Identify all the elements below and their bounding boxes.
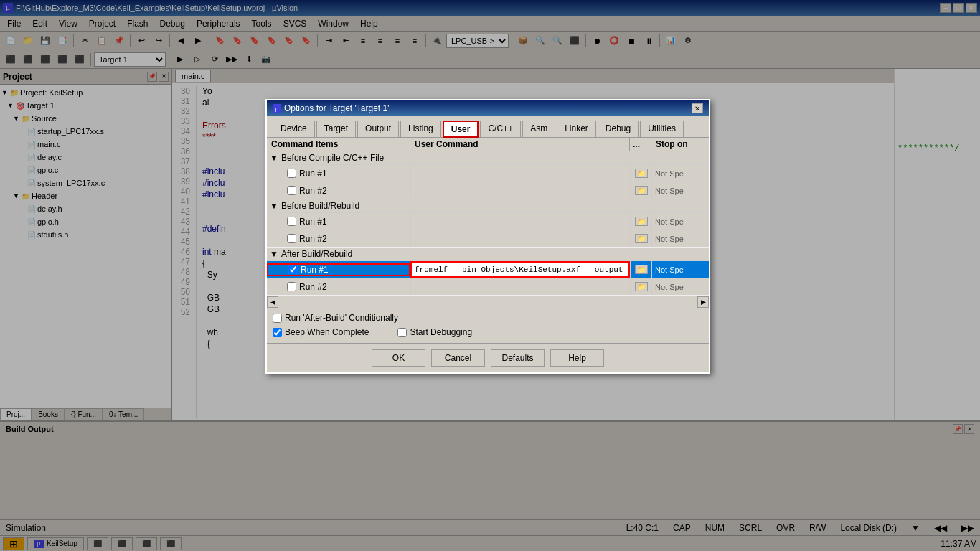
bc-run2-dots[interactable]: 📁	[630, 182, 651, 199]
tab-device[interactable]: Device	[273, 121, 315, 137]
dialog-bottom-checks: Run 'After-Build' Conditionally Beep Whe…	[267, 307, 709, 343]
bb-run2-value[interactable]	[410, 230, 630, 247]
help-button[interactable]: Help	[550, 349, 604, 367]
col-header-stop-on: Stop on	[651, 138, 709, 151]
expand-bb[interactable]: ▼	[270, 201, 278, 211]
ab-run2-dots[interactable]: 📁	[630, 278, 651, 295]
ab-run2-check[interactable]	[287, 282, 296, 291]
section-before-build: ▼ Before Build/Rebuild Run #1 📁 Not	[267, 199, 709, 248]
tab-linker[interactable]: Linker	[557, 121, 596, 137]
bc-run2-folder-btn[interactable]: 📁	[635, 186, 648, 195]
bc-run2-value[interactable]	[410, 182, 630, 199]
bc-run1-dots[interactable]: 📁	[630, 165, 651, 182]
ab-run2-stop: Not Spe	[651, 278, 709, 295]
bb-run2-check[interactable]	[287, 234, 296, 243]
hscroll-left[interactable]: ◀	[267, 296, 278, 308]
bc-run2-stop: Not Spe	[651, 182, 709, 199]
tab-output[interactable]: Output	[357, 121, 399, 137]
bb-run2-dots[interactable]: 📁	[630, 230, 651, 247]
defaults-button[interactable]: Defaults	[491, 349, 545, 367]
section-header-bc: ▼ Before Compile C/C++ File	[267, 151, 709, 165]
bb-run2-folder-btn[interactable]: 📁	[635, 234, 648, 243]
bb-run2-stop: Not Spe	[651, 230, 709, 247]
bb-run1-value[interactable]	[410, 213, 630, 230]
section-header-bb: ▼ Before Build/Rebuild	[267, 199, 709, 213]
col-header-command-items: Command Items	[267, 138, 410, 151]
expand-ab[interactable]: ▼	[270, 249, 278, 259]
section-bc-label: Before Compile C/C++ File	[281, 153, 384, 163]
ab-run1-row[interactable]: Run #1 📁 Not Spe	[267, 261, 709, 278]
beep-check[interactable]	[273, 328, 282, 337]
ab-run2-row: Run #2 📁 Not Spe	[267, 278, 709, 296]
bc-run1-check[interactable]	[287, 169, 296, 178]
ab-run1-folder-btn[interactable]: 📁	[635, 265, 648, 274]
bc-run2-label: Run #2	[267, 186, 410, 196]
dialog-body: Command Items User Command ... Stop on ▼…	[267, 138, 709, 343]
bc-run2-input[interactable]	[414, 187, 627, 195]
ab-run1-input[interactable]	[415, 265, 626, 274]
modal-overlay: µ Options for Target 'Target 1' ✕ Device…	[0, 0, 980, 551]
ab-run1-value[interactable]	[410, 261, 630, 278]
dialog-hscrollbar[interactable]: ◀ ▶	[267, 296, 709, 307]
bb-run1-folder-btn[interactable]: 📁	[635, 217, 648, 226]
bc-run2-check[interactable]	[287, 186, 296, 195]
bb-run1-stop: Not Spe	[651, 213, 709, 230]
tab-utilities[interactable]: Utilities	[640, 121, 684, 137]
bc-run1-value[interactable]	[410, 165, 630, 182]
ab-run1-dots[interactable]: 📁	[630, 261, 651, 278]
after-build-check[interactable]	[273, 314, 282, 323]
beep-check-row: Beep When Complete	[273, 327, 369, 337]
ab-run2-value[interactable]	[410, 278, 630, 295]
after-build-check-row: Run 'After-Build' Conditionally	[273, 313, 703, 323]
tab-listing[interactable]: Listing	[400, 121, 441, 137]
dialog-tabs: Device Target Output Listing User C/C++ …	[267, 116, 709, 138]
ab-run1-check[interactable]	[288, 265, 298, 274]
tab-ccpp[interactable]: C/C++	[480, 121, 521, 137]
tab-user[interactable]: User	[443, 121, 479, 138]
bb-run1-row: Run #1 📁 Not Spe	[267, 213, 709, 230]
bc-run1-input[interactable]	[414, 169, 627, 178]
bc-run1-folder-btn[interactable]: 📁	[635, 169, 648, 178]
col-header-dots: ...	[630, 138, 651, 151]
ab-run1-stop: Not Spe	[651, 261, 709, 278]
bb-run1-check[interactable]	[287, 217, 296, 226]
beep-debug-row: Beep When Complete Start Debugging	[273, 327, 703, 337]
bc-run2-row: Run #2 📁 Not Spe	[267, 182, 709, 199]
tab-asm[interactable]: Asm	[522, 121, 555, 137]
bb-run2-label: Run #2	[267, 234, 410, 244]
section-bb-label: Before Build/Rebuild	[281, 201, 359, 211]
bb-run1-label: Run #1	[267, 217, 410, 227]
start-debug-label: Start Debugging	[410, 327, 472, 337]
ab-run1-label: Run #1	[267, 263, 410, 276]
ab-run2-label: Run #2	[267, 282, 410, 292]
start-debug-row: Start Debugging	[397, 327, 472, 337]
section-ab-label: After Build/Rebuild	[281, 249, 352, 259]
start-debug-check[interactable]	[397, 328, 407, 337]
after-build-label: Run 'After-Build' Conditionally	[285, 313, 398, 323]
bc-run1-label: Run #1	[267, 169, 410, 179]
dialog-title-bar: µ Options for Target 'Target 1' ✕	[267, 100, 709, 116]
expand-bc[interactable]: ▼	[270, 153, 278, 163]
hscroll-right[interactable]: ▶	[697, 296, 709, 308]
tab-debug[interactable]: Debug	[598, 121, 639, 137]
ab-run2-input[interactable]	[414, 283, 627, 291]
cancel-button[interactable]: Cancel	[431, 349, 485, 367]
col-header-user-command: User Command	[410, 138, 630, 151]
dialog-icon: µ	[273, 104, 281, 113]
dialog-title-text: Options for Target 'Target 1'	[284, 103, 389, 113]
bb-run1-dots[interactable]: 📁	[630, 213, 651, 230]
bc-run1-stop: Not Spe	[651, 165, 709, 182]
bb-run2-row: Run #2 📁 Not Spe	[267, 230, 709, 248]
tab-target[interactable]: Target	[316, 121, 356, 137]
section-header-ab: ▼ After Build/Rebuild	[267, 248, 709, 261]
beep-label: Beep When Complete	[285, 327, 369, 337]
bc-run1-row: Run #1 📁 Not Spe	[267, 165, 709, 182]
options-dialog: µ Options for Target 'Target 1' ✕ Device…	[265, 99, 710, 374]
section-after-build: ▼ After Build/Rebuild Run #1 📁 Not S	[267, 248, 709, 296]
dialog-close-btn[interactable]: ✕	[692, 103, 703, 113]
ok-button[interactable]: OK	[372, 349, 425, 367]
ab-run2-folder-btn[interactable]: 📁	[635, 282, 648, 291]
bb-run1-input[interactable]	[414, 217, 627, 226]
col-headers: Command Items User Command ... Stop on	[267, 138, 709, 151]
bb-run2-input[interactable]	[414, 235, 627, 243]
